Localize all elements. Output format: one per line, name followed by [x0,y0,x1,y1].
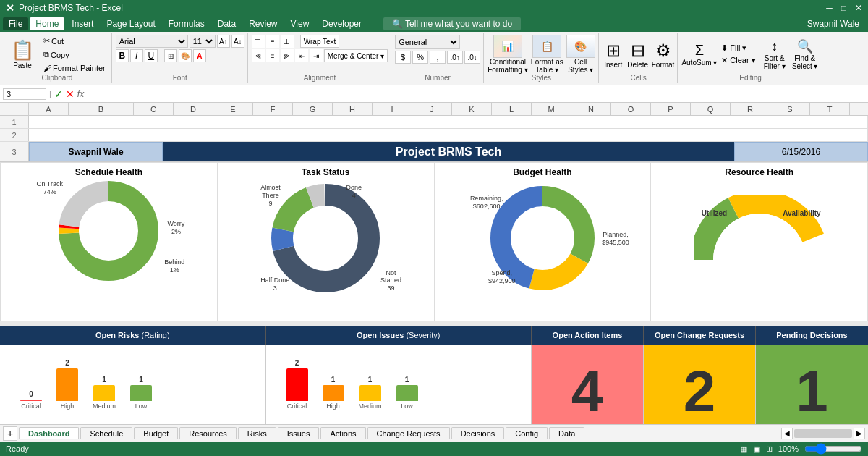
col-g[interactable]: G [293,103,333,115]
delete-cells-button[interactable]: ⊟ Delete [627,41,649,69]
menu-home[interactable]: Home [30,17,64,30]
scroll-right-button[interactable]: ▶ [854,428,865,439]
format-cells-button[interactable]: ⚙ Format [652,41,675,69]
increase-font-button[interactable]: A↑ [217,35,230,48]
col-e[interactable]: E [213,103,253,115]
decrease-font-button[interactable]: A↓ [231,35,244,48]
percent-button[interactable]: % [412,51,428,64]
menu-data[interactable]: Data [212,17,242,30]
tab-schedule[interactable]: Schedule [80,427,132,439]
copy-button[interactable]: ⧉Copy [41,48,109,61]
fx-label[interactable]: fx [77,89,84,99]
maximize-button[interactable]: □ [841,3,846,13]
autosum-button[interactable]: Σ AutoSum ▾ [681,42,717,67]
col-a[interactable]: A [29,103,69,115]
align-center-button[interactable]: ≡ [266,49,279,62]
number-format-select[interactable]: General [395,35,460,49]
col-h[interactable]: H [333,103,373,115]
paste-button[interactable]: 📋 Paste [6,37,39,72]
menu-formulas[interactable]: Formulas [163,17,210,30]
col-i[interactable]: I [373,103,412,115]
col-c[interactable]: C [134,103,174,115]
col-j[interactable]: J [412,103,452,115]
col-f[interactable]: F [253,103,293,115]
menu-insert[interactable]: Insert [66,17,99,30]
schedule-health-chart: Schedule Health On Track74% Worry2% Behi… [1,163,218,321]
align-right-button[interactable]: ⫸ [281,49,294,62]
tab-config[interactable]: Config [506,427,548,439]
search-bar[interactable]: 🔍 Tell me what you want to do [383,17,521,30]
menu-developer[interactable]: Developer [316,17,367,30]
checkmark-icon[interactable]: ✓ [54,88,63,100]
align-bottom-button[interactable]: ⊥ [281,35,294,48]
tab-change-requests[interactable]: Change Requests [367,427,450,439]
bold-button[interactable]: B [116,49,129,62]
menu-view[interactable]: View [285,17,315,30]
align-middle-button[interactable]: ≡ [266,35,279,48]
view-page-layout-button[interactable]: ▣ [753,444,760,454]
cell-styles-button[interactable]: 🎨 Cell Styles ▾ [566,35,595,74]
wrap-text-button[interactable]: Wrap Text [300,35,340,48]
cell-reference-input[interactable] [3,88,46,100]
increase-indent-button[interactable]: ⇥ [310,49,323,62]
find-select-button[interactable]: 🔍 Find & Select ▾ [791,38,820,70]
clear-button[interactable]: ✕ Clear ▾ [718,55,758,66]
decrease-decimal-button[interactable]: .0↓ [464,51,480,64]
zoom-slider[interactable] [804,444,862,453]
tab-budget[interactable]: Budget [134,427,178,439]
comma-button[interactable]: , [430,51,446,64]
conditional-formatting-button[interactable]: 📊 Conditional Formatting ▾ [488,35,528,74]
font-color-button[interactable]: A [193,49,206,62]
cut-button[interactable]: ✂Cut [41,35,109,47]
col-l[interactable]: L [492,103,532,115]
borders-button[interactable]: ⊞ [164,49,177,62]
font-name-select[interactable]: Arial [116,35,188,48]
merge-center-button[interactable]: Merge & Center ▾ [324,49,388,62]
align-left-button[interactable]: ⫷ [252,49,265,62]
menu-page-layout[interactable]: Page Layout [101,17,161,30]
close-button[interactable]: ✕ [855,3,862,13]
fill-button[interactable]: ⬇ Fill ▾ [718,43,758,54]
align-top-button[interactable]: ⊤ [252,35,265,48]
col-b[interactable]: B [69,103,134,115]
tab-risks[interactable]: Risks [238,427,276,439]
view-normal-button[interactable]: ▦ [740,444,747,454]
col-r[interactable]: R [731,103,770,115]
horizontal-scrollbar[interactable]: ◀ ▶ [781,428,865,439]
col-s[interactable]: S [770,103,810,115]
col-m[interactable]: M [532,103,571,115]
minimize-button[interactable]: ─ [826,3,833,13]
tab-resources[interactable]: Resources [179,427,237,439]
format-as-table-button[interactable]: 📋 Format as Table ▾ [531,35,563,74]
col-t[interactable]: T [810,103,850,115]
formula-input[interactable] [87,89,865,99]
tab-decisions[interactable]: Decisions [451,427,505,439]
col-q[interactable]: Q [691,103,731,115]
format-painter-button[interactable]: 🖌Format Painter [41,62,109,74]
decrease-indent-button[interactable]: ⇤ [295,49,308,62]
sort-filter-button[interactable]: ↕ Sort & Filter ▾ [760,39,789,70]
menu-file[interactable]: File [3,17,28,30]
tab-dashboard[interactable]: Dashboard [19,427,79,439]
tab-actions[interactable]: Actions [320,427,365,439]
menu-review[interactable]: Review [243,17,283,30]
tab-data[interactable]: Data [549,427,584,439]
italic-button[interactable]: I [130,49,143,62]
increase-decimal-button[interactable]: .0↑ [447,51,463,64]
col-p[interactable]: P [651,103,691,115]
col-k[interactable]: K [452,103,492,115]
underline-button[interactable]: U [145,49,158,62]
col-o[interactable]: O [611,103,651,115]
currency-button[interactable]: $ [395,51,411,64]
add-sheet-button[interactable]: + [3,426,17,441]
insert-cells-button[interactable]: ⊞ Insert [603,41,624,69]
name-cell[interactable]: Swapnil Wale [29,142,163,161]
cancel-icon[interactable]: ✕ [66,88,75,100]
scroll-left-button[interactable]: ◀ [781,428,793,439]
col-d[interactable]: D [174,103,213,115]
fill-color-button[interactable]: 🎨 [179,49,192,62]
font-size-select[interactable]: 11 [190,35,216,48]
tab-issues[interactable]: Issues [278,427,320,439]
col-n[interactable]: N [571,103,611,115]
view-page-break-button[interactable]: ⊞ [766,444,773,454]
